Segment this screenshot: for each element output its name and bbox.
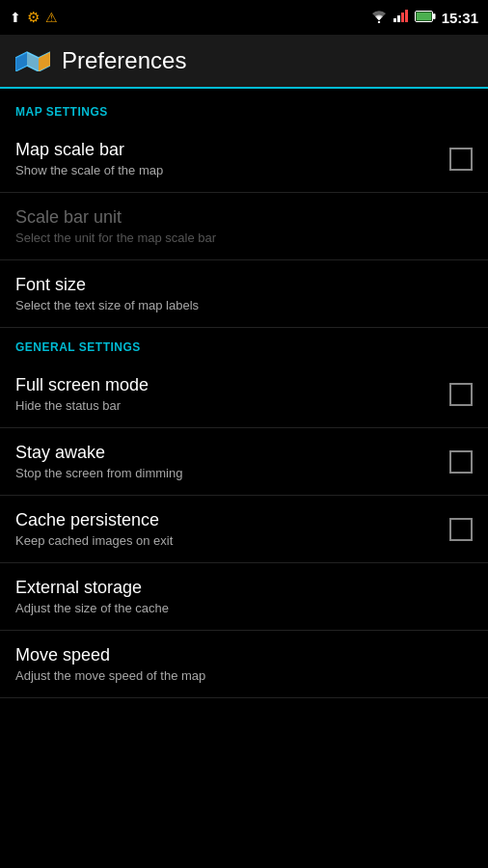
stay-awake-subtitle: Stop the screen from dimming	[15, 466, 438, 480]
cache-persistence-checkbox[interactable]	[449, 518, 473, 541]
full-screen-mode-text: Full screen mode Hide the status bar	[15, 375, 449, 413]
external-storage-item[interactable]: External storage Adjust the size of the …	[0, 563, 488, 631]
svg-rect-6	[433, 14, 436, 19]
svg-point-0	[377, 20, 379, 22]
svg-marker-9	[15, 52, 27, 71]
stay-awake-title: Stay awake	[15, 443, 438, 463]
battery-icon	[415, 9, 436, 26]
warning-icon: ⚠	[45, 10, 58, 25]
svg-rect-7	[416, 13, 431, 21]
map-scale-bar-checkbox[interactable]	[449, 148, 473, 171]
title-bar: Preferences	[0, 35, 488, 89]
map-settings-header: MAP SETTINGS	[0, 89, 488, 125]
app-icon	[15, 46, 50, 75]
scale-bar-unit-text: Scale bar unit Select the unit for the m…	[15, 207, 473, 245]
map-scale-bar-title: Map scale bar	[15, 140, 438, 160]
move-speed-subtitle: Adjust the move speed of the map	[15, 668, 461, 683]
svg-marker-10	[27, 52, 39, 71]
cache-persistence-text: Cache persistence Keep cached images on …	[15, 510, 449, 548]
general-settings-label: GENERAL SETTINGS	[15, 340, 141, 354]
map-settings-label: MAP SETTINGS	[15, 105, 108, 119]
signal-icon	[393, 9, 409, 26]
external-storage-subtitle: Adjust the size of the cache	[15, 601, 461, 615]
status-bar: ⬆ ⚙ ⚠	[0, 0, 488, 35]
full-screen-mode-subtitle: Hide the status bar	[15, 398, 438, 413]
stay-awake-item[interactable]: Stay awake Stop the screen from dimming	[0, 428, 488, 496]
cache-persistence-item[interactable]: Cache persistence Keep cached images on …	[0, 496, 488, 563]
svg-rect-3	[401, 13, 404, 22]
status-bar-left-icons: ⬆ ⚙ ⚠	[10, 9, 58, 26]
status-time: 15:31	[442, 10, 478, 26]
scale-bar-unit-title: Scale bar unit	[15, 207, 461, 228]
wifi-icon	[370, 10, 388, 26]
external-storage-title: External storage	[15, 578, 461, 598]
svg-rect-4	[405, 10, 408, 22]
scale-bar-unit-subtitle: Select the unit for the map scale bar	[15, 231, 461, 245]
svg-rect-1	[393, 18, 396, 22]
font-size-text: Font size Select the text size of map la…	[15, 275, 473, 312]
page-title: Preferences	[62, 47, 186, 74]
font-size-subtitle: Select the text size of map labels	[15, 298, 461, 312]
move-speed-text: Move speed Adjust the move speed of the …	[15, 645, 473, 683]
status-bar-right-icons: 15:31	[370, 9, 478, 26]
cache-persistence-title: Cache persistence	[15, 510, 438, 530]
stay-awake-text: Stay awake Stop the screen from dimming	[15, 443, 449, 480]
scale-bar-unit-item: Scale bar unit Select the unit for the m…	[0, 193, 488, 260]
general-settings-header: GENERAL SETTINGS	[0, 328, 488, 361]
external-storage-text: External storage Adjust the size of the …	[15, 578, 473, 615]
full-screen-mode-title: Full screen mode	[15, 375, 438, 395]
full-screen-mode-checkbox[interactable]	[449, 383, 473, 406]
preferences-content: MAP SETTINGS Map scale bar Show the scal…	[0, 89, 488, 868]
settings-icon: ⚙	[27, 9, 40, 26]
cache-persistence-subtitle: Keep cached images on exit	[15, 533, 438, 548]
stay-awake-checkbox[interactable]	[449, 450, 473, 474]
usb-icon: ⬆	[10, 10, 21, 25]
font-size-item[interactable]: Font size Select the text size of map la…	[0, 260, 488, 328]
full-screen-mode-item[interactable]: Full screen mode Hide the status bar	[0, 361, 488, 428]
svg-rect-2	[397, 15, 400, 22]
font-size-title: Font size	[15, 275, 461, 295]
map-scale-bar-text: Map scale bar Show the scale of the map	[15, 140, 449, 177]
map-scale-bar-item[interactable]: Map scale bar Show the scale of the map	[0, 125, 488, 193]
svg-marker-11	[39, 52, 50, 71]
map-scale-bar-subtitle: Show the scale of the map	[15, 163, 438, 177]
move-speed-item[interactable]: Move speed Adjust the move speed of the …	[0, 631, 488, 698]
move-speed-title: Move speed	[15, 645, 461, 665]
